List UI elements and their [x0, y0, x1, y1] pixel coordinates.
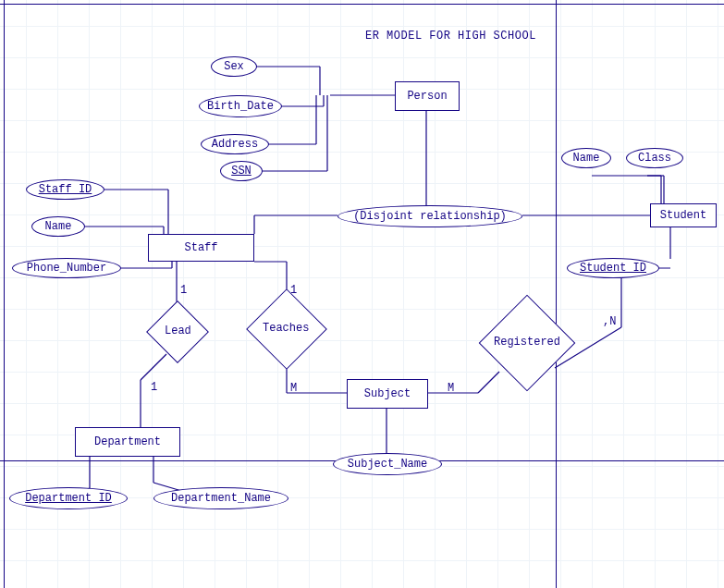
entity-department-label: Department — [94, 435, 161, 448]
attr-student-id[interactable]: Student ID — [567, 258, 659, 278]
card-reg-student: ,N — [603, 315, 616, 328]
card-subj-reg: M — [448, 382, 454, 395]
card-staff-teach: 1 — [290, 284, 297, 297]
attr-sex[interactable]: Sex — [211, 56, 257, 77]
attr-birth-date[interactable]: Birth_Date — [199, 95, 282, 117]
attr-disjoint[interactable]: (Disjoint relationship) — [337, 205, 522, 227]
rel-teaches-label: Teaches — [263, 322, 309, 335]
diagram-title: ER MODEL FOR HIGH SCHOOL — [365, 30, 536, 43]
attr-ssn-label: SSN — [231, 165, 252, 178]
attr-staff-name-label: Name — [45, 220, 72, 233]
attr-birth-date-label: Birth_Date — [207, 100, 274, 113]
rel-lead-label: Lead — [165, 325, 191, 337]
entity-person[interactable]: Person — [395, 81, 460, 111]
attr-department-id[interactable]: Department ID — [9, 487, 128, 509]
attr-department-name[interactable]: Department_Name — [153, 487, 288, 509]
rel-registered-label: Registered — [494, 336, 560, 349]
er-diagram-canvas: ER MODEL FOR HIGH SCHOOL — [0, 0, 724, 588]
ruler-horizontal-top — [0, 4, 724, 5]
attr-address-label: Address — [212, 138, 258, 151]
entity-subject[interactable]: Subject — [347, 379, 428, 409]
attr-department-id-label: Department ID — [25, 492, 112, 505]
attr-phone[interactable]: Phone_Number — [12, 258, 121, 278]
attr-subject-name-label: Subject_Name — [348, 458, 427, 471]
entity-student-label: Student — [660, 209, 706, 222]
attr-class-label: Class — [638, 152, 671, 165]
attr-subject-name[interactable]: Subject_Name — [333, 453, 442, 475]
card-lead-dept: 1 — [151, 381, 157, 394]
attr-staff-name[interactable]: Name — [31, 216, 85, 237]
attr-student-id-label: Student ID — [580, 262, 646, 275]
attr-staff-id-label: Staff ID — [39, 183, 92, 196]
entity-subject-label: Subject — [364, 387, 411, 400]
card-staff-lead: 1 — [180, 284, 187, 297]
attr-disjoint-label: (Disjoint relationship) — [353, 210, 507, 223]
entity-staff[interactable]: Staff — [148, 234, 254, 262]
attr-department-name-label: Department_Name — [171, 492, 271, 505]
entity-person-label: Person — [407, 90, 447, 103]
attr-class[interactable]: Class — [626, 148, 683, 168]
attr-student-name[interactable]: Name — [561, 148, 611, 168]
ruler-vertical-left — [4, 0, 5, 588]
attr-phone-label: Phone_Number — [27, 262, 106, 275]
attr-staff-id[interactable]: Staff ID — [26, 179, 104, 200]
entity-student[interactable]: Student — [650, 203, 717, 227]
attr-student-name-label: Name — [573, 152, 600, 165]
attr-ssn[interactable]: SSN — [220, 161, 263, 181]
entity-staff-label: Staff — [184, 241, 217, 254]
card-teach-subj: M — [290, 382, 297, 395]
ruler-vertical-right — [556, 0, 557, 588]
entity-department[interactable]: Department — [75, 427, 180, 457]
attr-sex-label: Sex — [224, 60, 244, 73]
attr-address[interactable]: Address — [201, 134, 269, 154]
